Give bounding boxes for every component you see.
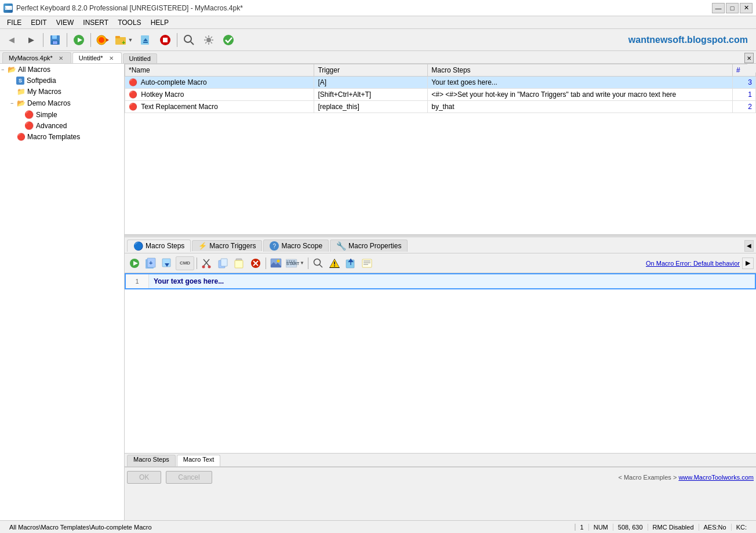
col-header-name[interactable]: *Name <box>125 64 314 77</box>
collapse-all-macros[interactable]: − <box>1 67 7 72</box>
close-button[interactable]: ✕ <box>740 3 753 13</box>
paste-button[interactable] <box>232 256 247 270</box>
macro-error-link[interactable]: On Macro Error: Default behavior <box>646 260 740 267</box>
file-tab-untitled[interactable]: Untitled <box>123 53 157 63</box>
menu-edit[interactable]: EDIT <box>26 17 51 28</box>
macro-examples-link: < Macro Examples > www.MacroToolworks.co… <box>618 474 754 481</box>
export-step-button[interactable] <box>343 256 358 270</box>
save-button[interactable] <box>46 31 64 49</box>
content-area: ◀ *Name Trigger Macro Steps # 🔴 Auto-com… <box>125 64 756 520</box>
step-start-dropdown[interactable]: ▼ <box>300 260 304 266</box>
new-folder-button[interactable]: + ▼ <box>113 31 135 49</box>
svg-line-46 <box>319 264 322 267</box>
sidebar-item-all-macros[interactable]: − 📂 All Macros <box>0 64 124 75</box>
macro-templates-icon: 🔴 <box>16 132 26 142</box>
panel-tab-macro-properties[interactable]: 🔧 Macro Properties <box>330 240 408 252</box>
sidebar-item-my-macros[interactable]: 📁 My Macros <box>0 86 124 97</box>
panel-tab-macro-steps[interactable]: 🔵 Macro Steps <box>127 240 191 252</box>
tools-button[interactable] <box>199 31 218 49</box>
search-button[interactable] <box>180 31 198 49</box>
play-step-button[interactable] <box>127 256 142 270</box>
delete-step-button[interactable] <box>248 256 263 270</box>
copy-button[interactable] <box>216 256 231 270</box>
forward-button[interactable]: ▶ <box>22 31 41 49</box>
add-step-button[interactable]: + <box>143 256 158 270</box>
table-row[interactable]: 🔴 Auto-complete Macro [A] Your text goes… <box>125 77 756 89</box>
sidebar-item-demo-macros[interactable]: − 📂 Demo Macros <box>0 97 124 109</box>
title-bar-controls: — □ ✕ <box>712 3 753 13</box>
row-name-auto-complete: Auto-complete Macro <box>141 78 207 86</box>
status-kc: KC: <box>731 524 751 531</box>
cancel-button[interactable]: Cancel <box>166 471 212 484</box>
collapse-demo-macros[interactable]: − <box>10 100 16 106</box>
row-name-hotkey: Hotkey Macro <box>141 90 184 99</box>
text-step-button[interactable] <box>359 256 375 270</box>
sub-tab-macro-text[interactable]: Macro Text <box>177 455 221 466</box>
sidebar-item-macro-templates[interactable]: 🔴 Macro Templates <box>0 131 124 143</box>
warning-button[interactable] <box>327 256 342 270</box>
cut-button[interactable] <box>199 256 215 270</box>
col-header-steps[interactable]: Macro Steps <box>428 64 733 77</box>
menu-tools[interactable]: TOOLS <box>113 17 146 28</box>
panel-tab-macro-scope[interactable]: ? Macro Scope <box>263 240 329 252</box>
status-page: 1 <box>575 524 588 531</box>
table-row[interactable]: 🔴 Text Replacement Macro [replace_this] … <box>125 101 756 113</box>
close-all-tabs-button[interactable]: ✕ <box>744 53 754 63</box>
record-button[interactable] <box>93 31 112 49</box>
cmd-button[interactable]: CMD <box>176 256 194 270</box>
title-bar-left: ⌨ Perfect Keyboard 8.2.0 Professional [U… <box>3 3 243 13</box>
svg-point-7 <box>99 37 104 43</box>
sub-tab-macro-steps[interactable]: Macro Steps <box>127 455 176 466</box>
menu-insert[interactable]: INSERT <box>78 17 113 28</box>
close-tab-untitled-star[interactable]: ✕ <box>107 54 115 62</box>
cell-trigger-hotkey: [Shift+Ctrl+Alt+T] <box>314 89 428 101</box>
sidebar-item-simple[interactable]: 🔴 Simple <box>0 109 124 120</box>
table-row[interactable]: 🔴 Hotkey Macro [Shift+Ctrl+Alt+T] <#> <#… <box>125 89 756 101</box>
ok-button[interactable]: OK <box>127 471 161 484</box>
panel-tab-macro-steps-label: Macro Steps <box>146 242 184 250</box>
step-row-1[interactable]: 1 Your text goes here... <box>125 273 756 289</box>
toolbar-separator-3 <box>90 33 91 47</box>
panel-toolbar: + CMD <box>125 253 756 273</box>
menu-view[interactable]: VIEW <box>52 17 79 28</box>
sidebar-item-advanced[interactable]: 🔴 Advanced <box>0 120 124 131</box>
col-header-num[interactable]: # <box>733 64 756 77</box>
svg-rect-49 <box>334 262 335 264</box>
minimize-button[interactable]: — <box>712 3 725 13</box>
move-down-button[interactable] <box>159 256 175 270</box>
file-tab-untitled-star[interactable]: Untitled* ✕ <box>72 52 122 63</box>
stop-button[interactable] <box>156 31 175 49</box>
file-tab-mymacros[interactable]: MyMacros.4pk* ✕ <box>2 52 71 63</box>
panel-tab-macro-triggers[interactable]: ⚡ Macro Triggers <box>192 240 262 251</box>
svg-point-41 <box>277 259 280 262</box>
close-tab-mymacros[interactable]: ✕ <box>57 54 65 62</box>
panel-toolbar-sep-3 <box>308 258 308 269</box>
row-name-text-replace: Text Replacement Macro <box>141 103 218 111</box>
panel-tabs-corner-button[interactable]: ◀ <box>744 240 754 252</box>
macrotoolworks-link[interactable]: www.MacroToolworks.com <box>678 474 754 481</box>
status-aes: AES:No <box>699 524 731 531</box>
action-bar: OK Cancel < Macro Examples > www.MacroTo… <box>125 467 756 487</box>
image-button[interactable] <box>268 256 284 270</box>
maximize-button[interactable]: □ <box>726 3 739 13</box>
col-header-trigger[interactable]: Trigger <box>314 64 428 77</box>
check-button[interactable] <box>219 31 238 49</box>
step-start-button[interactable]: START STEP ▼ <box>285 256 306 270</box>
new-folder-dropdown-arrow[interactable]: ▼ <box>128 37 133 43</box>
menu-help[interactable]: HELP <box>146 17 173 28</box>
cell-steps-text-replace: by_that <box>428 101 733 113</box>
search-step-button[interactable] <box>311 256 326 270</box>
macro-table: *Name Trigger Macro Steps # 🔴 Auto-compl… <box>125 64 756 113</box>
panel-tab-macro-scope-label: Macro Scope <box>281 242 322 250</box>
advanced-icon: 🔴 <box>24 121 34 130</box>
bottom-panel: 🔵 Macro Steps ⚡ Macro Triggers ? Macro S… <box>125 237 756 487</box>
panel-tab-macro-triggers-label: Macro Triggers <box>209 242 256 250</box>
menu-file[interactable]: FILE <box>2 17 26 28</box>
folder-open-icon: 📂 <box>7 65 16 74</box>
import-button[interactable] <box>136 31 155 49</box>
back-button[interactable]: ◀ <box>2 31 21 49</box>
cell-num-auto-complete: 3 <box>733 77 756 89</box>
sidebar-item-softpedia[interactable]: S Softpedia <box>0 75 124 86</box>
macro-error-dropdown[interactable]: ▶ <box>742 258 754 269</box>
play-button[interactable] <box>70 31 88 49</box>
